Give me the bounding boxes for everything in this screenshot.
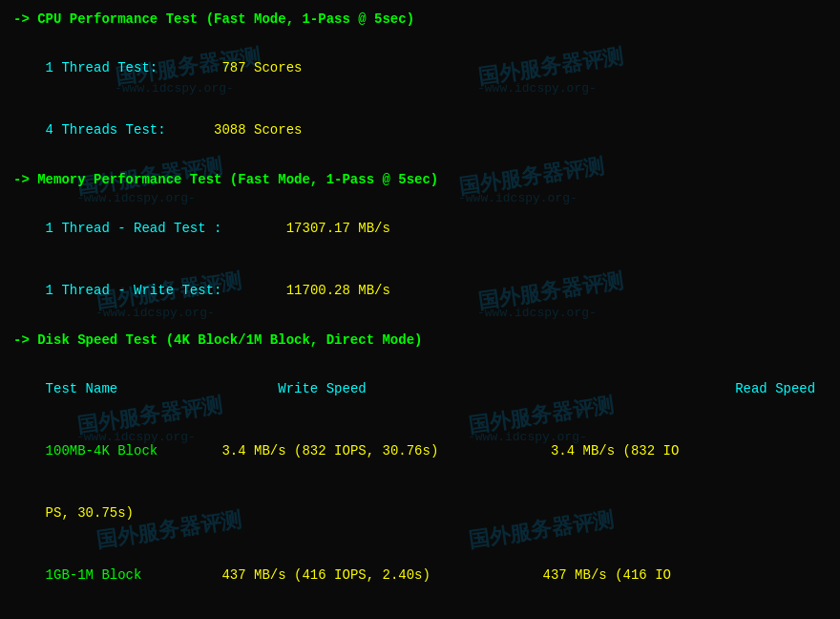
disk-row1-write: 3.4 MB/s (832 IOPS, 30.76s) (221, 443, 438, 459)
memory-read-value: 17307.17 MB/s (286, 221, 390, 236)
cpu-thread4-line: 4 Threads Test: 3088 Scores (13, 100, 827, 162)
disk-row1-read-cont: PS, 30.75s) (46, 505, 134, 521)
disk-row2-spacer2 (430, 567, 543, 583)
disk-row2-line: 1GB-1M Block 437 MB/s (416 IOPS, 2.40s) … (13, 545, 827, 608)
memory-write-spacer (221, 283, 285, 298)
disk-row2-spacer1 (141, 567, 221, 583)
cpu-thread1-value: 787 Scores (221, 60, 302, 75)
disk-row1-spacer2 (438, 443, 551, 459)
disk-row1-read: 3.4 MB/s (832 IO (551, 443, 679, 459)
cpu-thread4-spacer (166, 122, 214, 138)
memory-write-line: 1 Thread - Write Test: 11700.28 MB/s (13, 261, 827, 323)
disk-row1-name: 100MB-4K Block (46, 443, 158, 459)
disk-row2-cont: PS, 2.40s) (13, 608, 827, 619)
memory-read-spacer (221, 221, 285, 236)
disk-col-name: Test Name (46, 381, 118, 396)
cpu-thread1-line: 1 Thread Test: 787 Scores (13, 38, 827, 100)
disk-row1-spacer1 (158, 443, 221, 459)
disk-row2-name: 1GB-1M Block (46, 567, 142, 583)
memory-read-line: 1 Thread - Read Test : 17307.17 MB/s (13, 199, 827, 261)
disk-header: -> Disk Speed Test (4K Block/1M Block, D… (13, 331, 827, 352)
disk-col-spacer1 (117, 381, 278, 396)
main-content: -> CPU Performance Test (Fast Mode, 1-Pa… (13, 10, 827, 619)
disk-col-read: Read Speed (735, 381, 815, 396)
disk-col-spacer2 (367, 381, 735, 396)
disk-col-headers: Test Name Write Speed Read Speed (13, 358, 827, 420)
disk-row2-read: 437 MB/s (416 IO (543, 567, 671, 583)
disk-col-write: Write Speed (278, 381, 366, 396)
disk-row1-line: 100MB-4K Block 3.4 MB/s (832 IOPS, 30.76… (13, 420, 827, 482)
cpu-thread1-label: 1 Thread Test: (46, 60, 158, 75)
cpu-thread1-spacer (158, 60, 221, 75)
cpu-thread4-value: 3088 Scores (214, 122, 302, 138)
memory-read-label: 1 Thread - Read Test : (46, 221, 222, 236)
memory-write-value: 11700.28 MB/s (286, 283, 390, 298)
disk-row1-cont: PS, 30.75s) (13, 482, 827, 544)
cpu-header: -> CPU Performance Test (Fast Mode, 1-Pa… (13, 10, 827, 31)
cpu-thread4-label: 4 Threads Test: (46, 122, 166, 138)
memory-write-label: 1 Thread - Write Test: (46, 283, 222, 298)
memory-header: -> Memory Performance Test (Fast Mode, 1… (13, 170, 827, 191)
disk-row2-write: 437 MB/s (416 IOPS, 2.40s) (221, 567, 430, 583)
